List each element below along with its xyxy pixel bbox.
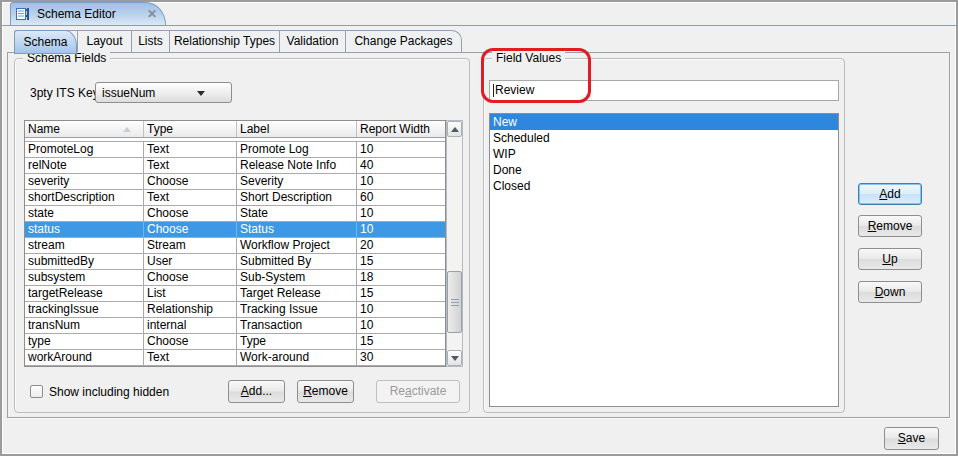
scroll-up-button[interactable] xyxy=(447,121,462,137)
schema-editor-window: Schema Editor ✕ Schema Layout Lists Rela… xyxy=(0,0,958,456)
table-cell: shortDescription xyxy=(25,190,144,205)
save-button[interactable]: Save xyxy=(884,427,939,450)
schema-editor-icon xyxy=(15,6,31,22)
tab-relationship-types[interactable]: Relationship Types xyxy=(169,31,279,52)
list-item[interactable]: New xyxy=(490,114,838,130)
tab-lists[interactable]: Lists xyxy=(131,31,169,52)
table-row[interactable]: subsystemChooseSub-System18 xyxy=(25,270,445,286)
schema-fields-table: Name Type Label Report Width PromoteLogT… xyxy=(24,120,446,367)
table-cell: Text xyxy=(144,190,237,205)
table-cell: workAround xyxy=(25,350,144,365)
table-cell: targetRelease xyxy=(25,286,144,301)
its-key-label: 3pty ITS Key: xyxy=(30,86,102,100)
table-row[interactable]: severityChooseSeverity10 xyxy=(25,174,445,190)
remove-value-button[interactable]: Remove xyxy=(858,215,922,237)
table-row[interactable]: shortDescriptionTextShort Description60 xyxy=(25,190,445,206)
table-cell: stream xyxy=(25,238,144,253)
table-cell: 10 xyxy=(357,174,445,189)
arrow-down-icon xyxy=(451,356,459,361)
column-header-label[interactable]: Label xyxy=(237,121,357,137)
table-cell: 10 xyxy=(357,206,445,221)
table-cell: Relationship xyxy=(144,302,237,317)
table-cell: submittedBy xyxy=(25,254,144,269)
table-cell: severity xyxy=(25,174,144,189)
table-cell: 15 xyxy=(357,334,445,349)
tab-layout[interactable]: Layout xyxy=(77,31,131,52)
table-cell: 15 xyxy=(357,254,445,269)
its-key-dropdown[interactable]: issueNum xyxy=(95,82,232,103)
tab-validation[interactable]: Validation xyxy=(279,31,345,52)
table-cell: Transaction xyxy=(237,318,357,333)
table-row[interactable]: trackingIssueRelationshipTracking Issue1… xyxy=(25,302,445,318)
its-key-value: issueNum xyxy=(96,86,155,100)
column-header-report-width[interactable]: Report Width xyxy=(357,121,445,137)
table-cell: Short Description xyxy=(237,190,357,205)
scroll-thumb[interactable] xyxy=(447,271,462,333)
table-cell: List xyxy=(144,286,237,301)
down-button[interactable]: Down xyxy=(858,281,922,303)
add-value-button[interactable]: Add xyxy=(858,183,922,205)
table-row[interactable]: PromoteLogTextPromote Log10 xyxy=(25,142,445,158)
table-cell: Tracking Issue xyxy=(237,302,357,317)
table-cell: Text xyxy=(144,158,237,173)
table-cell: Text xyxy=(144,350,237,365)
table-cell: subsystem xyxy=(25,270,144,285)
show-hidden-label: Show including hidden xyxy=(49,385,169,399)
table-cell: 60 xyxy=(357,190,445,205)
table-scrollbar[interactable] xyxy=(446,120,463,367)
add-field-button[interactable]: Add... xyxy=(228,380,285,403)
table-cell: state xyxy=(25,206,144,221)
table-cell: Choose xyxy=(144,174,237,189)
thumb-grip-icon xyxy=(451,299,459,306)
table-cell: Workflow Project xyxy=(237,238,357,253)
table-cell: Severity xyxy=(237,174,357,189)
show-hidden-checkbox[interactable] xyxy=(30,385,43,398)
remove-field-button[interactable]: Remove xyxy=(297,380,354,403)
sort-ascending-icon xyxy=(123,127,131,132)
table-cell: 18 xyxy=(357,270,445,285)
editor-tab-schema-editor[interactable]: Schema Editor ✕ xyxy=(10,2,166,25)
table-cell: 40 xyxy=(357,158,445,173)
table-row[interactable]: submittedByUserSubmitted By15 xyxy=(25,254,445,270)
table-cell: Type xyxy=(237,334,357,349)
editor-tab-divider xyxy=(2,25,956,26)
table-cell: 30 xyxy=(357,350,445,365)
table-cell: Stream xyxy=(144,238,237,253)
table-cell: transNum xyxy=(25,318,144,333)
list-item[interactable]: Closed xyxy=(490,178,838,194)
table-cell: 10 xyxy=(357,142,445,157)
scroll-down-button[interactable] xyxy=(447,350,462,366)
field-values-list[interactable]: NewScheduledWIPDoneClosed xyxy=(489,113,839,407)
table-row[interactable]: transNuminternalTransaction10 xyxy=(25,318,445,334)
field-value-input[interactable]: Review xyxy=(489,80,839,101)
list-item[interactable]: Done xyxy=(490,162,838,178)
table-row[interactable]: workAroundTextWork-around30 xyxy=(25,350,445,366)
field-value-input-text: Review xyxy=(495,81,534,100)
column-header-type[interactable]: Type xyxy=(144,121,237,137)
table-cell: Submitted By xyxy=(237,254,357,269)
table-cell: Sub-System xyxy=(237,270,357,285)
table-cell: Choose xyxy=(144,270,237,285)
column-header-name[interactable]: Name xyxy=(25,121,144,137)
table-row[interactable]: stateChooseState10 xyxy=(25,206,445,222)
close-icon[interactable]: ✕ xyxy=(147,8,157,20)
schema-table-body: PromoteLogTextPromote Log10relNoteTextRe… xyxy=(25,142,445,366)
table-row[interactable]: typeChooseType15 xyxy=(25,334,445,350)
table-cell: 15 xyxy=(357,286,445,301)
table-cell: type xyxy=(25,334,144,349)
up-button[interactable]: Up xyxy=(858,248,922,270)
table-cell: State xyxy=(237,206,357,221)
list-item[interactable]: WIP xyxy=(490,146,838,162)
arrow-up-icon xyxy=(451,127,459,132)
table-cell: trackingIssue xyxy=(25,302,144,317)
tab-schema[interactable]: Schema xyxy=(14,30,77,54)
table-row[interactable]: statusChooseStatus10 xyxy=(25,222,445,238)
table-cell: 10 xyxy=(357,302,445,317)
table-cell: 10 xyxy=(357,318,445,333)
table-row[interactable]: targetReleaseListTarget Release15 xyxy=(25,286,445,302)
editor-tab-title: Schema Editor xyxy=(37,7,116,21)
tab-change-packages[interactable]: Change Packages xyxy=(345,31,461,52)
table-row[interactable]: streamStreamWorkflow Project20 xyxy=(25,238,445,254)
list-item[interactable]: Scheduled xyxy=(490,130,838,146)
table-row[interactable]: relNoteTextRelease Note Info40 xyxy=(25,158,445,174)
